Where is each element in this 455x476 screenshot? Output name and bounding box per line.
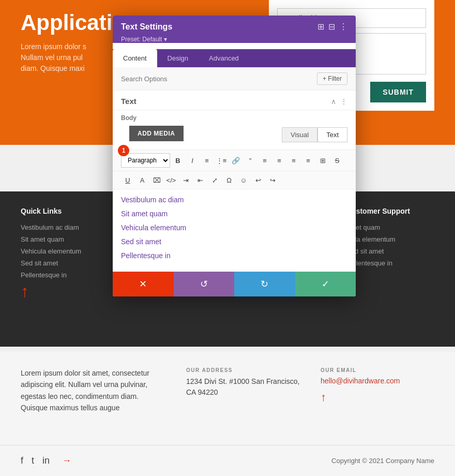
editor-link-1[interactable]: Vestibulum ac diam <box>121 196 347 204</box>
outdent-button[interactable]: ⇤ <box>193 173 207 187</box>
visual-mode-button[interactable]: Visual <box>282 127 317 142</box>
cancel-button[interactable]: ✕ <box>113 272 174 296</box>
search-options-input[interactable] <box>121 75 317 83</box>
align-right-button[interactable]: ≡ <box>287 154 300 167</box>
editor-toolbar-1: Paragraph B I ≡ ⋮≡ 🔗 " ≡ ≡ ≡ ≡ ⊞ S <box>113 150 356 171</box>
step-badge-1: 1 <box>118 145 129 156</box>
unordered-list-button[interactable]: ≡ <box>200 154 214 167</box>
editor-link-5[interactable]: Pellentesque in <box>121 251 347 260</box>
modal-header: Text Settings ⊞ ⊟ ⋮ Preset: Default ▾ <box>113 16 356 43</box>
code-button[interactable]: </> <box>164 173 178 187</box>
modal-title: Text Settings <box>121 22 172 32</box>
paragraph-select[interactable]: Paragraph <box>121 153 170 168</box>
modal-header-top: Text Settings ⊞ ⊟ ⋮ <box>121 22 347 32</box>
editor-link-4[interactable]: Sed sit amet <box>121 237 347 246</box>
page-background: Application Lorem ipsum dolor s Nullam v… <box>0 0 455 476</box>
more-icon[interactable]: ⋮ <box>339 22 347 32</box>
tab-design[interactable]: Design <box>157 49 199 67</box>
ordered-list-button[interactable]: ⋮≡ <box>215 154 228 167</box>
fullscreen-button[interactable]: ⤢ <box>208 173 221 187</box>
align-center-button[interactable]: ≡ <box>272 154 286 167</box>
filter-button[interactable]: + Filter <box>317 72 347 85</box>
redo-button[interactable]: ↪ <box>266 173 279 187</box>
modal-overlay: Text Settings ⊞ ⊟ ⋮ Preset: Default ▾ Co… <box>0 0 455 476</box>
text-color-button[interactable]: A <box>135 173 149 187</box>
strikethrough-button[interactable]: S <box>330 154 344 167</box>
confirm-button[interactable]: ✓ <box>295 272 356 296</box>
text-settings-modal: Text Settings ⊞ ⊟ ⋮ Preset: Default ▾ Co… <box>113 16 356 296</box>
tab-advanced[interactable]: Advanced <box>199 49 249 67</box>
section-icons: ∧ ⋮ <box>331 97 347 106</box>
bold-button[interactable]: B <box>171 154 185 167</box>
modal-tabs: Content Design Advanced <box>113 49 356 67</box>
modal-search-bar: + Filter <box>113 67 356 91</box>
body-label: Body <box>113 110 356 124</box>
align-left-button[interactable]: ≡ <box>258 154 271 167</box>
indent-button[interactable]: ⇥ <box>179 173 192 187</box>
modal-preset[interactable]: Preset: Default ▾ <box>121 36 347 43</box>
modal-actions: ✕ ↺ ↻ ✓ <box>113 272 356 296</box>
editor-link-2[interactable]: Sit amet quam <box>121 210 347 218</box>
editor-link-3[interactable]: Vehicula elementum <box>121 224 347 232</box>
tab-content[interactable]: Content <box>113 49 157 67</box>
text-style-button[interactable]: ⌧ <box>150 173 163 187</box>
section-title: Text <box>121 97 136 106</box>
blockquote-button[interactable]: " <box>244 154 257 167</box>
editor-mode-toggle: Visual Text <box>282 127 347 142</box>
undo-button[interactable]: ↩ <box>251 173 265 187</box>
text-mode-button[interactable]: Text <box>317 127 347 142</box>
section-more-icon[interactable]: ⋮ <box>340 97 347 106</box>
link-button[interactable]: 🔗 <box>229 154 242 167</box>
modal-header-icons: ⊞ ⊟ ⋮ <box>317 22 347 32</box>
collapse-icon[interactable]: ∧ <box>331 97 336 106</box>
section-header: Text ∧ ⋮ <box>113 91 356 110</box>
special-char-button[interactable]: Ω <box>222 173 236 187</box>
editor-toolbar-2: U A ⌧ </> ⇥ ⇤ ⤢ Ω ☺ ↩ ↪ <box>113 171 356 189</box>
table-button[interactable]: ⊞ <box>316 154 329 167</box>
split-icon[interactable]: ⊟ <box>328 22 335 32</box>
reset-button[interactable]: ↺ <box>174 272 235 296</box>
modal-body: Text ∧ ⋮ Body ADD MEDIA Visual Text <box>113 91 356 272</box>
add-media-button[interactable]: ADD MEDIA <box>129 126 184 141</box>
italic-button[interactable]: I <box>186 154 199 167</box>
underline-button[interactable]: U <box>121 173 134 187</box>
emoji-button[interactable]: ☺ <box>237 173 250 187</box>
align-justify-button[interactable]: ≡ <box>301 154 315 167</box>
redo-action-button[interactable]: ↻ <box>234 272 295 296</box>
expand-icon[interactable]: ⊞ <box>317 22 324 32</box>
editor-content[interactable]: Vestibulum ac diam Sit amet quam Vehicul… <box>113 189 356 272</box>
